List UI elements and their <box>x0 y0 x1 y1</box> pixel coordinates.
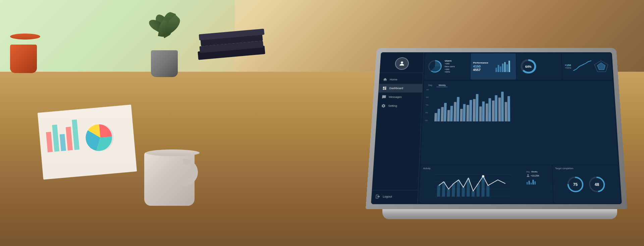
main-content: Users +980 New users +360 +95% <box>418 52 622 204</box>
target-value-1: 75 <box>573 182 578 187</box>
avatar <box>394 57 409 70</box>
mini-bar <box>534 181 536 185</box>
chart-tab-weekly[interactable]: Weekly <box>437 83 448 87</box>
growth-value2: +55% <box>565 66 571 69</box>
bar <box>447 110 450 121</box>
bottom-row: Activity <box>418 165 622 204</box>
svg-rect-18 <box>504 62 506 72</box>
stats-row: Users +980 New users +360 +95% <box>423 52 614 81</box>
bar <box>492 101 495 121</box>
bar-chart <box>433 89 612 121</box>
sidebar-item-dashboard[interactable]: Dashboard <box>378 84 423 93</box>
growth-line-chart <box>573 59 592 73</box>
laptop-screen: Home Dashboard <box>366 48 627 209</box>
users-new-label: New users <box>444 65 455 68</box>
svg-text:64%: 64% <box>525 65 532 68</box>
sidebar-label-messages: Messages <box>389 96 402 99</box>
bar <box>501 92 504 122</box>
bar-group-12 <box>504 96 510 122</box>
laptop-base <box>382 209 617 219</box>
logout-icon <box>375 194 380 199</box>
svg-rect-3 <box>66 127 73 150</box>
bar <box>434 113 437 121</box>
activity-card: Activity <box>419 165 553 203</box>
sidebar-item-setting[interactable]: Setting <box>377 102 422 111</box>
bar <box>479 107 482 122</box>
chart-tab-day[interactable]: Day <box>426 83 434 87</box>
orange-cup <box>10 34 40 67</box>
profile-area <box>380 55 424 73</box>
bar-group-11 <box>498 92 504 122</box>
activity-line-chart <box>422 171 524 198</box>
mini-bar <box>532 180 534 184</box>
users-value1: +980 <box>445 62 455 65</box>
bar <box>469 100 472 121</box>
progress-circle-2: 48 <box>587 176 606 193</box>
performance-stat-card: Performance 4150 4557 <box>470 53 516 79</box>
bar-group-4 <box>453 97 460 121</box>
growth-stat-card: +150 +55% <box>562 53 612 79</box>
users-stat-text: Users +980 New users +360 +95% <box>444 59 455 74</box>
svg-rect-32 <box>447 189 450 196</box>
target-value-2: 48 <box>595 182 599 187</box>
bar <box>488 98 491 121</box>
logout-label: Logout <box>383 195 392 198</box>
svg-rect-0 <box>46 132 53 152</box>
y-label-3: 700 <box>426 104 432 106</box>
svg-rect-37 <box>472 191 475 197</box>
bar-group-8 <box>479 102 485 122</box>
bar-chart-wrapper: 900 800 700 600 500 <box>425 89 612 121</box>
growth-value1: +150 <box>565 64 571 66</box>
setting-icon <box>381 104 386 108</box>
svg-rect-2 <box>60 134 66 151</box>
activity-tab-day: Day <box>526 171 530 173</box>
svg-rect-40 <box>486 185 489 196</box>
bar <box>482 102 485 122</box>
bar <box>463 104 466 122</box>
svg-marker-25 <box>597 63 605 70</box>
progress-circle-1: 75 <box>566 176 585 193</box>
sidebar-item-home[interactable]: Home <box>379 75 423 84</box>
users-value2: +360 <box>444 68 455 71</box>
circle-progress-area: 75 48 <box>555 171 618 198</box>
activity-mini-bars <box>527 178 550 184</box>
users-value3: +95% <box>444 71 455 73</box>
users-stat-card: Users +980 New users +360 +95% <box>424 53 470 79</box>
background-scene: Home Dashboard <box>0 0 644 246</box>
bar <box>437 109 440 122</box>
bar <box>473 99 475 122</box>
bar <box>476 94 478 122</box>
dashboard-icon <box>382 86 387 90</box>
sidebar-label-home: Home <box>390 78 397 81</box>
activity-users-row: +10,254 <box>526 174 549 177</box>
bar <box>457 97 460 121</box>
svg-rect-39 <box>481 176 484 197</box>
target-card: Target completion 75 <box>552 165 621 203</box>
bar <box>486 104 488 122</box>
svg-rect-30 <box>437 185 440 196</box>
bar-group-6 <box>466 100 472 121</box>
svg-rect-33 <box>452 184 455 197</box>
home-icon <box>383 77 387 81</box>
logout-button[interactable]: Logout <box>371 192 418 201</box>
notebooks <box>198 30 272 74</box>
bar <box>450 106 453 121</box>
performance-label: Performance <box>473 61 493 64</box>
bar-group-10 <box>492 95 497 121</box>
y-label-2: 800 <box>426 97 433 98</box>
mini-bar <box>529 181 530 185</box>
users-mini-icon <box>526 174 530 177</box>
bar <box>507 96 510 122</box>
performance-text: Performance 4150 4557 <box>473 61 493 71</box>
sidebar: Home Dashboard <box>371 52 424 204</box>
activity-content: Day Weekly +10,254 <box>422 171 550 198</box>
bar-group-7 <box>473 94 478 122</box>
sidebar-item-messages[interactable]: Messages <box>378 93 422 101</box>
chart-tabs: Day Weekly <box>426 83 610 87</box>
svg-rect-17 <box>502 64 503 72</box>
bar-group-3 <box>447 106 453 121</box>
svg-point-42 <box>527 174 529 176</box>
svg-rect-4 <box>72 119 79 150</box>
sidebar-label-setting: Setting <box>388 104 397 107</box>
activity-tab-weekly: Weekly <box>531 171 538 173</box>
